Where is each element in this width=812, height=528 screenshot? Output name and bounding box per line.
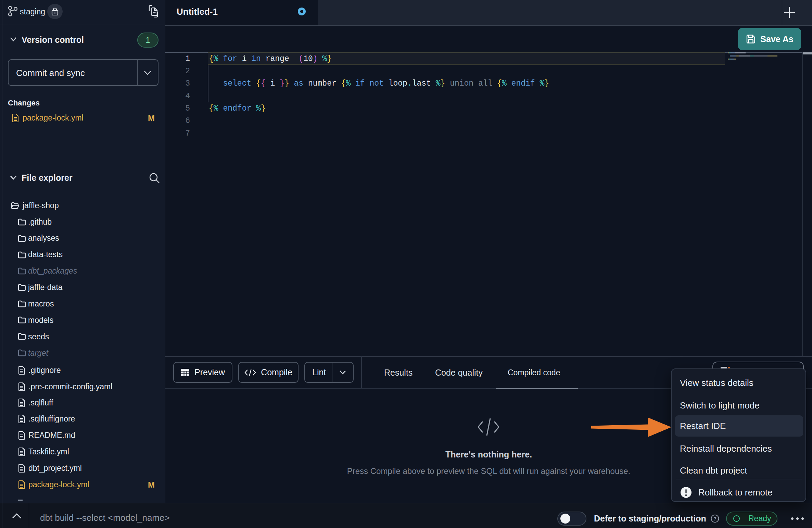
svg-text:?: ? bbox=[713, 516, 716, 521]
